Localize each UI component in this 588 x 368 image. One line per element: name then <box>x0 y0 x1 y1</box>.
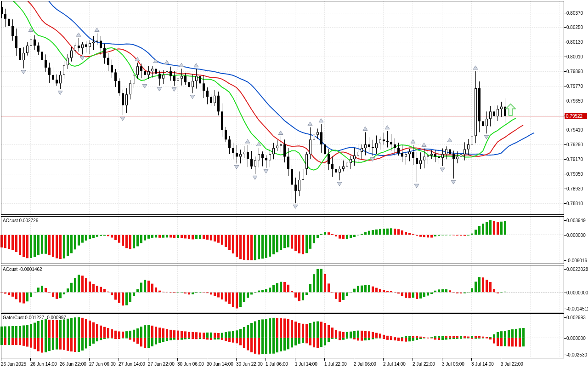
mt4-chart-window: AOcust 0.002726 ACcust -0.0001462 GatorC… <box>0 0 588 368</box>
chart-canvas[interactable] <box>0 0 588 368</box>
